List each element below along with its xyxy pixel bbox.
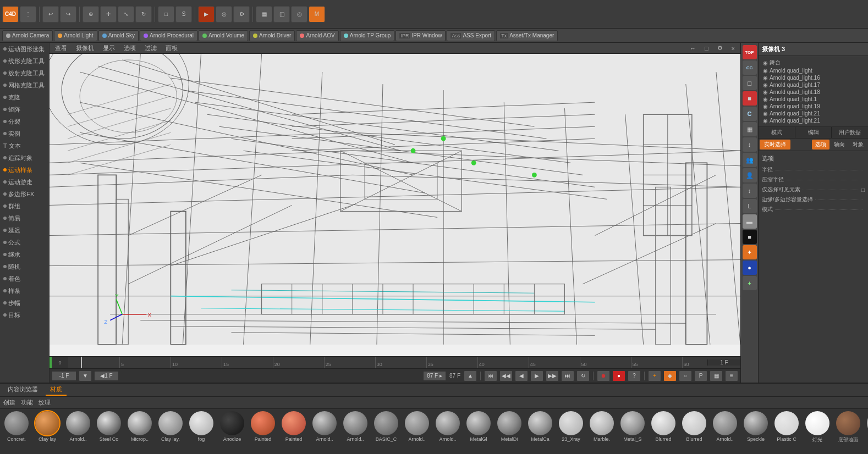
rs-light-item-8[interactable]: ◉ Arnold quad_light.21 <box>761 117 866 124</box>
timeline-ruler[interactable]: 5 10 15 20 25 30 35 40 45 50 55 60 <box>68 357 707 368</box>
arnold-volume-button[interactable]: Arnold Volume <box>199 30 248 41</box>
is-black-icon[interactable]: ■ <box>743 230 757 244</box>
mat-arnold5[interactable]: Arnold.. <box>433 411 462 442</box>
rs-user-tab[interactable]: 用户数据 <box>832 127 868 138</box>
rs-option-tab[interactable]: 选项 <box>812 140 829 150</box>
edit3-icon[interactable]: ◎ <box>291 6 307 23</box>
content-browser-tab[interactable]: 内容浏览器 <box>3 384 42 396</box>
arnold-camera-button[interactable]: Arnold Camera <box>2 30 53 41</box>
mat-clay[interactable]: Clay lay <box>33 411 62 442</box>
add-keyframe-button[interactable]: + <box>648 370 661 381</box>
is-arrows-icon[interactable]: ↕ <box>743 137 757 152</box>
rs-light-item-3[interactable]: ◉ Arnold quad_light.17 <box>761 81 866 88</box>
camera-menu[interactable]: 摄像机 <box>74 44 96 52</box>
viewport-close-icon[interactable]: × <box>729 45 737 52</box>
filter-menu[interactable]: 过滤 <box>142 44 159 52</box>
mat-metald[interactable]: MetalDi <box>495 411 524 442</box>
mat-main[interactable]: 主体 <box>865 411 868 444</box>
render-settings-icon[interactable]: ⚙ <box>233 6 250 23</box>
grid-button[interactable]: ▦ <box>710 370 723 381</box>
display-menu[interactable]: 显示 <box>101 44 117 52</box>
object-icon[interactable]: □ <box>158 6 174 23</box>
mat-concrete[interactable]: Concret. <box>2 411 31 442</box>
sidebar-item-mograph[interactable]: 运动图形选集 <box>0 43 49 55</box>
sidebar-item-delay[interactable]: 延迟 <box>0 224 49 236</box>
select-icon[interactable]: ⊕ <box>83 6 99 23</box>
sidebar-item-shade[interactable]: 着色 <box>0 273 49 285</box>
loop-button[interactable]: ↻ <box>576 370 590 381</box>
sidebar-item-poly-fx[interactable]: 多边形FX <box>0 188 49 200</box>
asset-tx-button[interactable]: Tx Asset/Tx Manager <box>496 30 558 41</box>
logo-icon[interactable]: C4D <box>2 6 19 23</box>
mat-fog[interactable]: fog <box>187 411 216 442</box>
rs-light-item-5[interactable]: ◉ Arnold quad_light.1 <box>761 96 866 103</box>
is-c-icon[interactable]: C <box>743 107 757 121</box>
rs-light-item-1[interactable]: ◉ Arnold quad_light <box>761 67 866 74</box>
sidebar-item-linear-clone[interactable]: 线形克隆工具 <box>0 55 49 67</box>
mat-micro[interactable]: Microp.. <box>125 411 154 442</box>
prev-frame-button[interactable]: ◀ <box>515 370 528 381</box>
is-cc-icon[interactable]: CC <box>743 60 757 75</box>
is-people-icon[interactable]: 👥 <box>743 153 757 167</box>
sidebar-item-inherit[interactable]: 继承 <box>0 248 49 261</box>
play-button[interactable]: ▶ <box>530 370 543 381</box>
mat-metalc[interactable]: MetalCa <box>526 411 554 442</box>
rs-axis-tab[interactable]: 轴向 <box>831 140 848 150</box>
is-orange-icon[interactable]: ✦ <box>743 245 757 259</box>
sidebar-item-motion-spline[interactable]: 运动样条 <box>0 164 49 176</box>
rs-stage-item[interactable]: ◉ 舞台 <box>761 58 866 67</box>
viewport[interactable]: X Y Z <box>50 54 740 356</box>
ipr-window-button[interactable]: IPR IPR Window <box>395 30 446 41</box>
viewport-window-icon[interactable]: □ <box>702 45 711 52</box>
sidebar-item-instance[interactable]: 实例 <box>0 128 49 140</box>
keyframe-orange-button[interactable]: ◆ <box>663 370 677 381</box>
rotate-icon[interactable]: ↻ <box>135 6 152 23</box>
sidebar-item-simple[interactable]: 简易 <box>0 212 49 224</box>
mat-arnold4[interactable]: Arnold.. <box>403 411 431 442</box>
c4d-logo-icon[interactable]: M <box>309 6 325 23</box>
undo-icon[interactable]: ↩ <box>42 6 59 23</box>
mat-speckle[interactable]: Speckle <box>741 411 770 442</box>
is-grid-icon[interactable]: ▦ <box>743 122 757 136</box>
is-color-icon[interactable]: ■ <box>743 91 757 106</box>
menu-icon[interactable]: ⋮ <box>20 6 36 23</box>
sidebar-item-formula[interactable]: 公式 <box>0 236 49 248</box>
mat-brown[interactable]: 底部地面 <box>834 411 862 444</box>
rs-edit-tab[interactable]: 编辑 <box>795 127 832 138</box>
mat-painted1[interactable]: Painted <box>249 411 277 442</box>
sidebar-item-matrix[interactable]: 矩阵 <box>0 103 49 115</box>
is-blue-icon[interactable]: ● <box>743 261 757 275</box>
arnold-driver-button[interactable]: Arnold Driver <box>249 30 295 41</box>
next-frame-button[interactable]: ▶▶ <box>546 370 559 381</box>
go-to-start-button[interactable]: ⏮ <box>484 370 497 381</box>
mat-xray[interactable]: 23_Xray <box>557 411 585 442</box>
frame-step-down[interactable]: ▼ <box>79 370 92 381</box>
mat-arnold1[interactable]: Arnold.. <box>64 411 92 442</box>
scene-icon[interactable]: S <box>175 6 192 23</box>
scale-icon[interactable]: ⤡ <box>118 6 134 23</box>
mat-blurred2[interactable]: Blurred <box>680 411 708 442</box>
arnold-procedural-button[interactable]: Arnold Procedural <box>140 30 197 41</box>
sidebar-item-trace[interactable]: 追踪对象 <box>0 152 49 164</box>
rs-object-tab[interactable]: 对象 <box>849 140 867 150</box>
is-person-icon[interactable]: 👤 <box>743 168 757 182</box>
mat-metalg[interactable]: MetalGl <box>464 411 493 442</box>
mat-clay2[interactable]: Clay lay. <box>156 411 185 442</box>
alt-frame-input[interactable] <box>94 371 119 381</box>
sidebar-item-fracture[interactable]: 分裂 <box>0 115 49 128</box>
redo-icon[interactable]: ↪ <box>60 6 76 23</box>
arnold-sky-button[interactable]: Arnold Sky <box>98 30 139 41</box>
prev-key-button[interactable]: ◀◀ <box>499 370 513 381</box>
ass-export-button[interactable]: Ass ASS Export <box>447 30 495 41</box>
sidebar-item-target[interactable]: 目标 <box>0 309 49 321</box>
move-icon[interactable]: ✛ <box>100 6 117 23</box>
mat-blurred1[interactable]: Blurred <box>649 411 678 442</box>
function-menu[interactable]: 功能 <box>21 398 33 407</box>
mat-arnold3[interactable]: Arnold.. <box>341 411 370 442</box>
rs-mode-tab[interactable]: 模式 <box>759 127 795 138</box>
mat-plastic[interactable]: Plastic C <box>772 411 801 442</box>
list-button[interactable]: ≡ <box>725 370 738 381</box>
pose-button[interactable]: P <box>694 370 707 381</box>
next-key-button[interactable]: ⏭ <box>561 370 574 381</box>
panel-menu[interactable]: 面板 <box>163 44 180 52</box>
